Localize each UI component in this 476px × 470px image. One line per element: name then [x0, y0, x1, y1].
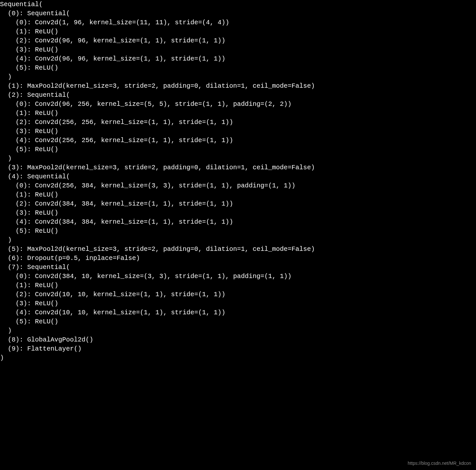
model-summary-output: Sequential( (0): Sequential( (0): Conv2d… — [0, 0, 476, 363]
watermark-text: https://blog.csdn.net/MR_kdcon — [408, 460, 471, 467]
